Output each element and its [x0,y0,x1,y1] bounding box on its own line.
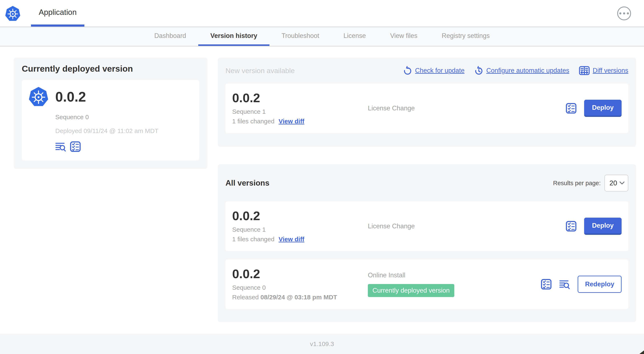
version-source-label: License Change [368,222,415,230]
preflight-checklist-icon[interactable] [566,221,576,232]
all-versions-section: All versions Results per page: 20 0.0.2 … [218,164,636,322]
deploy-button[interactable]: Deploy [584,218,622,235]
currently-deployed-badge: Currently deployed version [368,284,454,297]
new-version-card: 0.0.2 Sequence 1 1 files changed View di… [226,84,628,133]
deploy-button[interactable]: Deploy [584,100,622,117]
check-for-update-link[interactable]: Check for update [403,66,464,75]
all-versions-heading: All versions [226,177,270,189]
view-diff-link[interactable]: View diff [279,118,304,125]
nav-tab-troubleshoot[interactable]: Troubleshoot [270,27,332,46]
top-bar: Application [0,0,644,27]
chevron-down-icon [620,181,624,185]
deploy-logs-icon[interactable] [559,279,570,290]
nav-tab-version-history[interactable]: Version history [198,27,270,46]
current-sequence-label: Sequence 0 [55,114,193,121]
kubernetes-logo [4,6,21,22]
files-changed-label: 1 files changed [232,236,274,243]
ellipsis-icon [619,12,622,15]
sequence-label: Sequence 1 [232,226,368,233]
configure-automatic-updates-link[interactable]: Configure automatic updates [474,66,569,75]
results-per-page-label: Results per page: [553,180,601,187]
diff-versions-link[interactable]: Diff versions [579,66,628,75]
app-navbar: Dashboard Version history Troubleshoot L… [0,27,644,47]
results-per-page-select[interactable]: 20 [604,175,628,191]
nav-tab-license[interactable]: License [332,27,378,46]
main-content: Currently deployed version 0.0.2 Sequenc… [0,47,644,322]
diff-icon [579,66,590,75]
overflow-menu-button[interactable] [617,7,631,20]
preflight-checklist-icon[interactable] [541,279,552,290]
version-source-label: License Change [368,105,415,112]
sequence-label: Sequence 0 [232,284,368,291]
app-tab-label: Application [39,8,77,17]
version-number: 0.0.2 [232,92,368,104]
version-number: 0.0.2 [232,268,368,280]
app-tab-application[interactable]: Application [31,0,84,27]
refresh-icon [403,66,412,75]
version-row: 0.0.2 Sequence 0 Released 08/29/24 @ 03:… [226,259,628,309]
cursor-artifact [640,350,644,354]
app-footer: v1.109.3 [0,334,644,354]
new-version-heading: New version available [226,67,295,75]
currently-deployed-section: Currently deployed version 0.0.2 Sequenc… [14,58,208,169]
schedule-icon [474,66,484,75]
preflight-checklist-icon[interactable] [566,103,576,114]
redeploy-button[interactable]: Redeploy [578,276,622,293]
currently-deployed-card: 0.0.2 Sequence 0 Deployed 09/11/24 @ 11:… [22,80,199,160]
currently-deployed-heading: Currently deployed version [22,64,199,74]
files-changed-label: 1 files changed [232,118,274,125]
nav-tab-registry-settings[interactable]: Registry settings [430,27,502,46]
released-timestamp: Released 08/29/24 @ 03:18 pm MDT [232,294,337,301]
nav-tab-dashboard[interactable]: Dashboard [142,27,198,46]
new-version-section: New version available Check for update C… [218,58,636,147]
view-diff-link[interactable]: View diff [279,236,304,243]
admin-console-version: v1.109.3 [310,340,334,347]
sequence-label: Sequence 1 [232,108,368,115]
version-number: 0.0.2 [232,210,368,222]
current-version-number: 0.0.2 [55,89,86,105]
kubernetes-app-icon [28,86,49,107]
deployed-timestamp: Deployed 09/11/24 @ 11:02 am MDT [55,127,193,135]
preflight-checklist-icon[interactable] [70,141,81,152]
deploy-logs-icon[interactable] [55,141,66,152]
version-source-label: Online Install [368,271,405,279]
version-row: 0.0.2 Sequence 1 1 files changed View di… [226,201,628,251]
nav-tab-view-files[interactable]: View files [378,27,430,46]
